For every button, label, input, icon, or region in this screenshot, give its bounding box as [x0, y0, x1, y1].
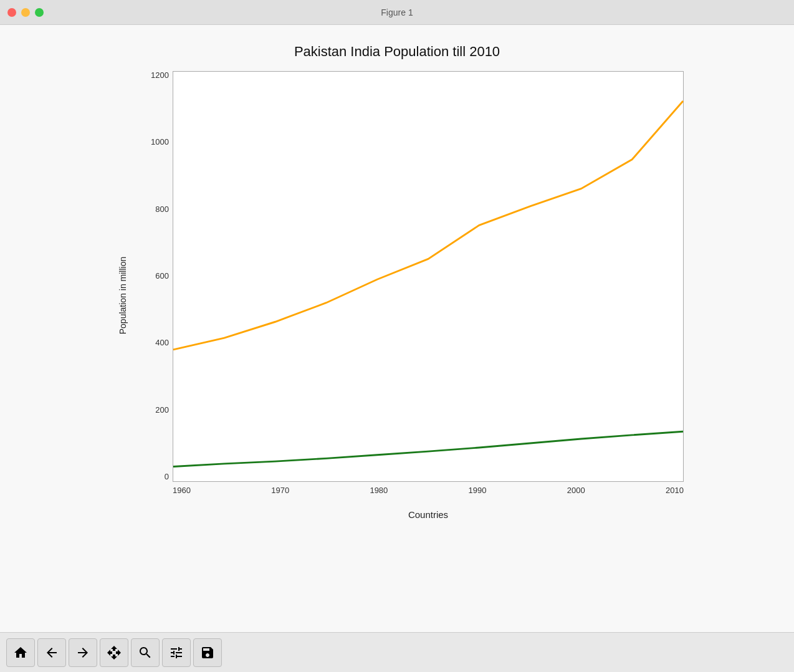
x-axis: 1960 1970 1980 1990 2000 2010 [135, 482, 684, 507]
x-ticks: 1960 1970 1980 1990 2000 2010 [173, 482, 684, 507]
window: Figure 1 Pakistan India Population till … [0, 0, 794, 672]
pakistan-line [173, 431, 683, 466]
india-line [173, 101, 683, 350]
plot-area [173, 71, 684, 482]
y-tick-600: 600 [135, 272, 173, 280]
minimize-button[interactable] [21, 8, 30, 17]
chart-area: Pakistan India Population till 2010 Popu… [0, 25, 794, 632]
chart-title: Pakistan India Population till 2010 [294, 44, 500, 60]
maximize-button[interactable] [35, 8, 44, 17]
pan-button[interactable] [100, 638, 128, 667]
y-tick-800: 800 [135, 205, 173, 213]
toolbar [0, 632, 794, 672]
home-button[interactable] [6, 638, 35, 667]
y-tick-400: 400 [135, 338, 173, 347]
y-tick-1200: 1200 [135, 71, 173, 79]
x-tick-2000: 2000 [567, 486, 585, 495]
pan-icon [107, 645, 122, 660]
plot-area-wrapper: 0 200 400 600 800 1000 1200 [135, 71, 684, 482]
chart-inner: 0 200 400 600 800 1000 1200 [135, 71, 684, 520]
window-title: Figure 1 [381, 7, 413, 17]
back-button[interactable] [37, 638, 66, 667]
chart-svg [173, 72, 683, 481]
x-axis-label: Countries [135, 507, 684, 520]
settings-button[interactable] [162, 638, 191, 667]
settings-icon [169, 645, 184, 660]
home-icon [13, 645, 28, 660]
chart-container: Population in million 0 200 400 600 800 … [110, 71, 684, 520]
back-icon [44, 645, 59, 660]
title-bar-buttons [7, 8, 44, 17]
y-tick-1000: 1000 [135, 138, 173, 146]
y-axis-label-container: Population in million [110, 71, 135, 520]
x-tick-2010: 2010 [666, 486, 684, 495]
y-axis-label: Population in million [118, 257, 128, 335]
save-icon [200, 645, 215, 660]
zoom-button[interactable] [131, 638, 160, 667]
close-button[interactable] [7, 8, 16, 17]
y-tick-0: 0 [135, 473, 173, 481]
x-tick-1980: 1980 [370, 486, 388, 495]
x-tick-1960: 1960 [173, 486, 191, 495]
x-tick-1990: 1990 [469, 486, 487, 495]
save-button[interactable] [193, 638, 222, 667]
y-ticks: 0 200 400 600 800 1000 1200 [135, 71, 173, 482]
x-tick-1970: 1970 [271, 486, 289, 495]
zoom-icon [138, 645, 153, 660]
title-bar: Figure 1 [0, 0, 794, 25]
forward-button[interactable] [69, 638, 97, 667]
forward-icon [75, 645, 90, 660]
y-tick-200: 200 [135, 406, 173, 414]
